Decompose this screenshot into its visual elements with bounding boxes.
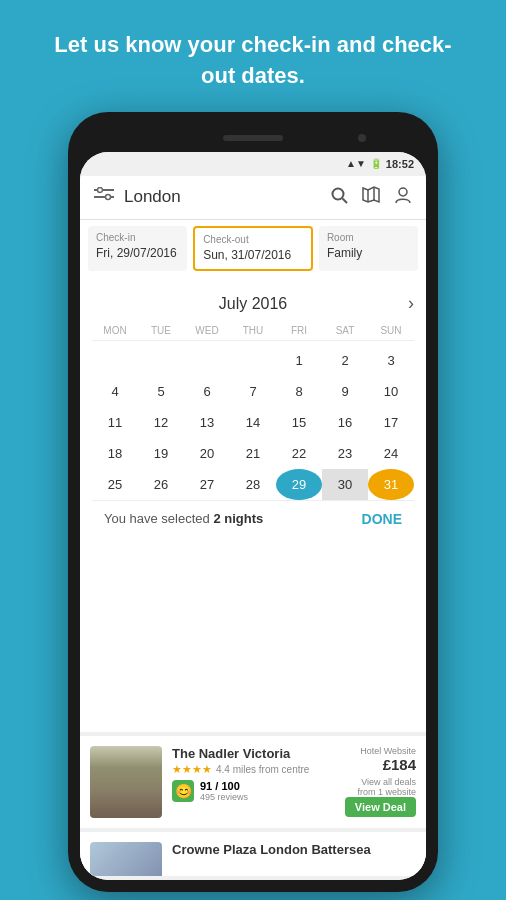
cal-day-empty (230, 345, 276, 376)
hotel-image-1 (90, 746, 162, 818)
cal-day-4[interactable]: 4 (92, 376, 138, 407)
battery-icon: 🔋 (370, 158, 382, 169)
view-all-deals-1: View all deals (357, 777, 416, 787)
cal-day-27[interactable]: 27 (184, 469, 230, 500)
cal-day-9[interactable]: 9 (322, 376, 368, 407)
checkin-value: Fri, 29/07/2016 (96, 246, 177, 260)
hotel-stars-1: ★★★★ 4.4 miles from centre (172, 763, 335, 776)
view-deal-button-1[interactable]: View Deal (345, 797, 416, 817)
score-num-1: 91 / 100 (200, 780, 248, 792)
done-button[interactable]: DONE (362, 511, 402, 527)
cal-day-25[interactable]: 25 (92, 469, 138, 500)
cal-day-5[interactable]: 5 (138, 376, 184, 407)
day-sun: SUN (368, 325, 414, 336)
svg-point-3 (106, 194, 111, 199)
hotel-card-1: The Nadler Victoria ★★★★ 4.4 miles from … (80, 736, 426, 828)
app-header: London (80, 176, 426, 220)
smiley-icon-1: 😊 (172, 780, 194, 802)
cal-day-8[interactable]: 8 (276, 376, 322, 407)
hotel-score-row-1: 😊 91 / 100 495 reviews (172, 780, 335, 802)
day-thu: THU (230, 325, 276, 336)
cal-day-7[interactable]: 7 (230, 376, 276, 407)
svg-line-5 (343, 198, 348, 203)
cal-day-19[interactable]: 19 (138, 438, 184, 469)
svg-marker-6 (363, 187, 379, 202)
hotel-distance-1: 4.4 miles from centre (216, 764, 309, 775)
checkout-label: Check-out (203, 234, 303, 245)
cal-day-17[interactable]: 17 (368, 407, 414, 438)
price-label-1: Hotel Website (345, 746, 416, 756)
day-mon: MON (92, 325, 138, 336)
hotel-info-1: The Nadler Victoria ★★★★ 4.4 miles from … (172, 746, 335, 802)
cal-day-1[interactable]: 1 (276, 345, 322, 376)
phone-container: ▲▼ 🔋 18:52 London (68, 112, 438, 892)
svg-point-1 (98, 187, 103, 192)
nights-count: 2 nights (213, 511, 263, 526)
cal-day-30[interactable]: 30 (322, 469, 368, 500)
cal-day-22[interactable]: 22 (276, 438, 322, 469)
reviews-1: 495 reviews (200, 792, 248, 802)
cal-day-13[interactable]: 13 (184, 407, 230, 438)
cal-day-23[interactable]: 23 (322, 438, 368, 469)
day-sat: SAT (322, 325, 368, 336)
cal-day-14[interactable]: 14 (230, 407, 276, 438)
selection-info: You have selected 2 nights (104, 511, 263, 526)
cal-day-10[interactable]: 10 (368, 376, 414, 407)
cal-day-26[interactable]: 26 (138, 469, 184, 500)
checkin-cell[interactable]: Check-in Fri, 29/07/2016 (88, 226, 187, 271)
hotel-name-1: The Nadler Victoria (172, 746, 335, 761)
cal-day-15[interactable]: 15 (276, 407, 322, 438)
profile-icon[interactable] (394, 186, 412, 209)
map-icon[interactable] (362, 186, 380, 209)
calendar-header: July 2016 › (92, 287, 414, 321)
cal-day-31[interactable]: 31 (368, 469, 414, 500)
calendar-grid: 1 2 3 4 5 6 7 8 9 10 11 12 13 14 15 16 1… (92, 345, 414, 500)
phone-screen: ▲▼ 🔋 18:52 London (80, 152, 426, 880)
svg-point-9 (399, 188, 407, 196)
cal-day-29[interactable]: 29 (276, 469, 322, 500)
cal-day-24[interactable]: 24 (368, 438, 414, 469)
signal-icon: ▲▼ (346, 158, 366, 169)
cal-day-16[interactable]: 16 (322, 407, 368, 438)
cal-day-11[interactable]: 11 (92, 407, 138, 438)
cal-day-empty (92, 345, 138, 376)
date-bar: Check-in Fri, 29/07/2016 Check-out Sun, … (80, 220, 426, 279)
calendar-days-header: MON TUE WED THU FRI SAT SUN (92, 321, 414, 341)
day-fri: FRI (276, 325, 322, 336)
svg-point-4 (333, 188, 344, 199)
day-wed: WED (184, 325, 230, 336)
hotel-list: The Nadler Victoria ★★★★ 4.4 miles from … (80, 732, 426, 880)
cal-day-2[interactable]: 2 (322, 345, 368, 376)
cal-day-18[interactable]: 18 (92, 438, 138, 469)
hotel-card-2: Crowne Plaza London Battersea (80, 832, 426, 876)
checkout-cell[interactable]: Check-out Sun, 31/07/2016 (193, 226, 313, 271)
hotel-price-col-1: Hotel Website £184 View all deals from 1… (345, 746, 416, 817)
cal-day-empty (138, 345, 184, 376)
room-cell[interactable]: Room Family (319, 226, 418, 271)
cal-day-3[interactable]: 3 (368, 345, 414, 376)
hotel-image-2 (90, 842, 162, 876)
top-heading: Let us know your check-in and check-out … (0, 0, 506, 112)
cal-day-21[interactable]: 21 (230, 438, 276, 469)
cal-day-6[interactable]: 6 (184, 376, 230, 407)
cal-day-empty (184, 345, 230, 376)
cal-day-28[interactable]: 28 (230, 469, 276, 500)
hotel-name-2: Crowne Plaza London Battersea (172, 842, 416, 857)
from-website-1: from 1 website (357, 787, 416, 797)
next-month-icon[interactable]: › (408, 293, 414, 314)
selection-bar: You have selected 2 nights DONE (92, 500, 414, 537)
cal-day-20[interactable]: 20 (184, 438, 230, 469)
cal-day-12[interactable]: 12 (138, 407, 184, 438)
location-text: London (124, 187, 320, 207)
search-icon[interactable] (330, 186, 348, 209)
time-display: 18:52 (386, 158, 414, 170)
checkin-label: Check-in (96, 232, 179, 243)
room-value: Family (327, 246, 362, 260)
calendar-area: July 2016 › MON TUE WED THU FRI SAT SUN … (80, 279, 426, 732)
room-label: Room (327, 232, 410, 243)
hotel-info-2: Crowne Plaza London Battersea (172, 842, 416, 859)
status-bar: ▲▼ 🔋 18:52 (80, 152, 426, 176)
filter-icon[interactable] (94, 187, 114, 208)
day-tue: TUE (138, 325, 184, 336)
checkout-value: Sun, 31/07/2016 (203, 248, 291, 262)
